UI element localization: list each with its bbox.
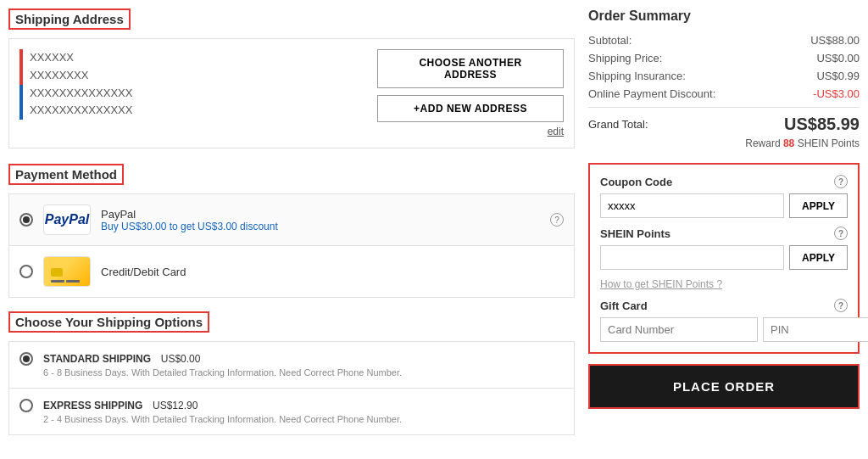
address-text: XXXXXX XXXXXXXX XXXXXXXXXXXXXX XXXXXXXXX… — [30, 49, 132, 120]
paypal-radio[interactable] — [19, 213, 33, 227]
coupon-input-row: xxxxx APPLY — [600, 193, 848, 218]
order-summary-title: Order Summary — [588, 8, 860, 24]
gift-card-label-text: Gift Card — [600, 299, 648, 312]
shipping-options-section: Choose Your Shipping Options STANDARD SH… — [8, 311, 575, 435]
standard-shipping-desc: 6 - 8 Business Days. With Detailed Track… — [43, 367, 402, 378]
gift-card-pin-input[interactable] — [763, 317, 868, 342]
card-line-1 — [51, 280, 64, 283]
coupon-label: Coupon Code ? — [600, 175, 848, 188]
place-order-button[interactable]: PLACE ORDER — [588, 364, 860, 409]
standard-shipping-name: STANDARD SHIPPING — [43, 353, 151, 365]
express-shipping-radio[interactable] — [19, 399, 33, 412]
right-panel: Order Summary Subtotal: US$88.00 Shippin… — [588, 8, 860, 451]
address-line-3: XXXXXXXXXXXXXX — [30, 85, 132, 103]
summary-divider — [588, 107, 860, 108]
shipping-price-row: Shipping Price: US$0.00 — [588, 52, 860, 64]
gift-card-label: Gift Card ? — [600, 299, 848, 312]
address-left: XXXXXX XXXXXXXX XXXXXXXXXXXXXX XXXXXXXXX… — [19, 49, 132, 120]
shein-points-label: SHEIN Points ? — [600, 227, 848, 240]
shipping-address-box: XXXXXX XXXXXXXX XXXXXXXXXXXXXX XXXXXXXXX… — [8, 38, 575, 148]
online-discount-row: Online Payment Discount: -US$3.00 — [588, 87, 860, 100]
paypal-promo: Buy US$30.00 to get US$3.00 discount — [101, 221, 278, 232]
add-new-address-button[interactable]: +ADD NEW ADDRESS — [377, 95, 564, 122]
promo-section: Coupon Code ? xxxxx APPLY SHEIN Points ?… — [588, 163, 860, 354]
card-lines-icon — [51, 280, 80, 283]
paypal-logo-text: PayPal — [45, 212, 89, 227]
address-bar-icon — [19, 49, 23, 120]
address-line-4: XXXXXXXXXXXXXX — [30, 102, 132, 120]
order-summary: Order Summary Subtotal: US$88.00 Shippin… — [588, 8, 860, 409]
shein-points-input-row: APPLY — [600, 245, 848, 270]
express-shipping-desc: 2 - 4 Business Days. With Detailed Track… — [43, 414, 402, 424]
shipping-price-label: Shipping Price: — [588, 52, 662, 64]
grand-total-row: Grand Total: US$85.99 — [588, 115, 860, 134]
card-radio[interactable] — [19, 265, 33, 278]
shipping-options-title: Choose Your Shipping Options — [8, 311, 209, 333]
card-logo — [43, 256, 91, 287]
address-row: XXXXXX XXXXXXXX XXXXXXXXXXXXXX XXXXXXXXX… — [19, 49, 564, 122]
reward-text: Reward — [745, 137, 780, 149]
shein-points-apply-button[interactable]: APPLY — [789, 245, 848, 270]
gift-card-help-icon[interactable]: ? — [834, 299, 848, 312]
coupon-help-icon[interactable]: ? — [834, 175, 848, 188]
paypal-help-icon[interactable]: ? — [550, 213, 564, 227]
shipping-insurance-value: US$0.99 — [816, 70, 860, 82]
payment-method-title: Payment Method — [8, 164, 124, 185]
express-shipping-option[interactable]: EXPRESS SHIPPING US$12.90 2 - 4 Business… — [8, 388, 575, 435]
coupon-input[interactable]: xxxxx — [600, 193, 784, 218]
reward-suffix: SHEIN Points — [798, 137, 860, 149]
paypal-logo: PayPal — [43, 204, 91, 235]
online-discount-label: Online Payment Discount: — [588, 87, 715, 100]
subtotal-label: Subtotal: — [588, 34, 632, 47]
payment-method-section: Payment Method PayPal PayPal Buy US$30.0… — [8, 164, 575, 298]
address-buttons: CHOOSE ANOTHER ADDRESS +ADD NEW ADDRESS — [377, 49, 564, 122]
shein-points-label-text: SHEIN Points — [600, 227, 670, 240]
shipping-options-list: STANDARD SHIPPING US$0.00 6 - 8 Business… — [8, 341, 575, 435]
coupon-apply-button[interactable]: APPLY — [789, 193, 848, 218]
standard-shipping-radio[interactable] — [19, 352, 33, 366]
card-line-2 — [66, 280, 80, 283]
card-option[interactable]: Credit/Debit Card — [8, 245, 575, 298]
shein-points-help-icon[interactable]: ? — [834, 227, 848, 240]
card-chip-icon — [51, 268, 63, 277]
page-wrapper: Shipping Address XXXXXX XXXXXXXX XXXXXXX… — [0, 0, 868, 459]
address-line-2: XXXXXXXX — [30, 67, 132, 85]
subtotal-value: US$88.00 — [810, 34, 860, 47]
coupon-label-text: Coupon Code — [600, 176, 672, 188]
standard-shipping-info: STANDARD SHIPPING US$0.00 6 - 8 Business… — [43, 352, 402, 378]
subtotal-row: Subtotal: US$88.00 — [588, 34, 860, 47]
address-line-1: XXXXXX — [30, 49, 132, 67]
shipping-address-title: Shipping Address — [8, 8, 131, 30]
standard-shipping-price: US$0.00 — [161, 353, 201, 365]
choose-another-address-button[interactable]: CHOOSE ANOTHER ADDRESS — [377, 49, 564, 88]
shipping-address-section: Shipping Address XXXXXX XXXXXXXX XXXXXXX… — [8, 8, 575, 150]
gift-card-number-input[interactable] — [600, 317, 758, 342]
payment-options: PayPal PayPal Buy US$30.00 to get US$3.0… — [8, 193, 575, 298]
edit-address-link[interactable]: edit — [19, 126, 564, 137]
shipping-insurance-label: Shipping Insurance: — [588, 70, 686, 82]
shipping-price-value: US$0.00 — [816, 52, 860, 64]
express-shipping-info: EXPRESS SHIPPING US$12.90 2 - 4 Business… — [43, 399, 402, 424]
shipping-insurance-row: Shipping Insurance: US$0.99 — [588, 70, 860, 82]
express-shipping-name: EXPRESS SHIPPING — [43, 400, 142, 411]
gift-card-input-row: APPLY — [600, 317, 848, 342]
grand-total-label: Grand Total: — [588, 118, 648, 131]
reward-row: Reward 88 SHEIN Points — [588, 137, 860, 149]
express-shipping-price: US$12.90 — [153, 400, 198, 411]
online-discount-value: -US$3.00 — [813, 87, 860, 100]
standard-shipping-option[interactable]: STANDARD SHIPPING US$0.00 6 - 8 Business… — [8, 341, 575, 388]
express-shipping-header: EXPRESS SHIPPING US$12.90 — [43, 399, 402, 411]
paypal-option[interactable]: PayPal PayPal Buy US$30.00 to get US$3.0… — [8, 193, 575, 245]
shein-points-how-to-link[interactable]: How to get SHEIN Points ? — [600, 278, 848, 290]
reward-num: 88 — [783, 137, 794, 149]
paypal-label-group: PayPal Buy US$30.00 to get US$3.00 disco… — [101, 208, 278, 232]
standard-shipping-header: STANDARD SHIPPING US$0.00 — [43, 352, 402, 365]
paypal-label: PayPal — [101, 208, 278, 221]
grand-total-value: US$85.99 — [784, 115, 860, 134]
shein-points-input[interactable] — [600, 245, 784, 270]
card-label: Credit/Debit Card — [101, 266, 186, 278]
left-panel: Shipping Address XXXXXX XXXXXXXX XXXXXXX… — [8, 8, 575, 451]
